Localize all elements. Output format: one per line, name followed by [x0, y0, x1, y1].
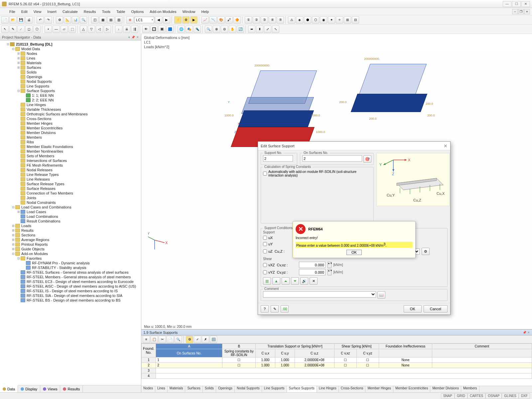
menu-tools[interactable]: Tools — [99, 9, 113, 14]
mdi-minimize[interactable]: – — [512, 9, 518, 14]
redo-icon[interactable]: ↷ — [45, 16, 52, 24]
minimize-button[interactable]: — — [503, 1, 511, 7]
tree-load-cases[interactable]: ⊞Load Cases — [1, 209, 140, 214]
view-icon[interactable]: 🔲 — [150, 26, 158, 33]
calc-icon[interactable]: ⚙ — [182, 16, 190, 24]
open-icon[interactable]: 📂 — [9, 16, 17, 24]
menu-help[interactable]: Help — [199, 9, 212, 14]
misc-icon[interactable]: ⬍ — [256, 26, 263, 33]
tree-item[interactable]: Member Nonlinearities — [1, 149, 140, 154]
status-cartes[interactable]: CARTES — [467, 393, 485, 399]
view-icon[interactable]: ▤ — [107, 16, 114, 24]
tree-item[interactable]: Line Releases — [1, 177, 140, 182]
table-tool-icon[interactable]: ✗ — [202, 336, 209, 343]
table-tab[interactable]: Surfaces — [185, 386, 202, 392]
tree-item[interactable]: Member Hinges — [1, 121, 140, 126]
tree-surface-support-2[interactable]: 2: 2; EEE NN — [1, 98, 140, 102]
save-icon[interactable]: 💾 — [17, 16, 25, 24]
table-tab[interactable]: Line Hinges — [317, 386, 339, 392]
print-icon[interactable]: 🖨 — [25, 16, 33, 24]
comment-lib-icon[interactable]: 📖 — [377, 291, 385, 299]
zoom-icon[interactable]: ⊖ — [221, 26, 228, 33]
draw-icon[interactable]: ◻ — [25, 26, 33, 33]
panel-pin-icon[interactable]: 📌 ✕ — [523, 331, 530, 334]
misc-icon[interactable]: ⬌ — [248, 26, 255, 33]
result-icon[interactable]: 📈 — [201, 16, 209, 24]
cvxz-input[interactable] — [299, 262, 326, 268]
misc-icon[interactable]: ◈ — [296, 16, 303, 24]
preset-icon[interactable]: ✕ — [310, 277, 318, 285]
tree-load-combinations[interactable]: Load Combinations — [1, 214, 140, 219]
nonlinearity-edit-icon[interactable]: ⚙ — [422, 248, 430, 255]
select-icon[interactable]: ↖ — [1, 26, 9, 33]
support-icon[interactable]: ◁ — [96, 26, 103, 33]
result-icon[interactable]: 🎨 — [217, 16, 225, 24]
render-icon[interactable]: 🌐 — [178, 26, 185, 33]
nav-tab-data[interactable]: Data — [0, 385, 18, 392]
surface-icon[interactable]: ▱ — [61, 26, 68, 33]
table-tab[interactable]: Line Supports — [262, 386, 287, 392]
preset-icon[interactable]: ▲ — [272, 277, 280, 285]
misc-icon[interactable]: ⊟ — [352, 16, 359, 24]
help-icon[interactable]: ? — [261, 305, 269, 313]
tree-item[interactable]: ⊞Guide Objects — [1, 247, 140, 251]
tree-module[interactable]: RF-STEEL Surfaces - General stress analy… — [1, 270, 140, 275]
tree-addon-modules[interactable]: ⊟Add-on Modules — [1, 251, 140, 256]
close-button[interactable]: ✕ — [521, 1, 530, 7]
misc-icon[interactable]: ✦ — [328, 16, 335, 24]
table-tool-icon[interactable]: 📄 — [167, 336, 174, 343]
tree-module[interactable]: RF-STEEL BS - Design of steel members ac… — [1, 298, 140, 303]
load-icon[interactable]: ⇊ — [123, 26, 130, 33]
axis-icon[interactable]: ⊕ — [126, 16, 134, 24]
prev-icon[interactable]: ◀ — [155, 16, 162, 24]
tree-nodal-supports[interactable]: Nodal Supports — [1, 79, 140, 84]
table-tool-icon[interactable]: 📋 — [151, 336, 158, 343]
menu-window[interactable]: Window — [180, 9, 198, 14]
tree-item[interactable]: Variable Thicknesses — [1, 107, 140, 112]
render-icon[interactable]: 🔦 — [194, 26, 201, 33]
view-icon[interactable]: 👁 — [142, 26, 150, 33]
tree-item[interactable]: Nodal Constraints — [1, 200, 140, 205]
pan-icon[interactable]: ✋ — [229, 26, 236, 33]
tree-favorites[interactable]: ⊟Favorites — [1, 256, 140, 261]
table-tab[interactable]: Nodal Supports — [235, 386, 262, 392]
close-panel-icon[interactable]: 📌 — [131, 36, 135, 39]
tree-item[interactable]: ⊞Loads — [1, 223, 140, 228]
nav-tab-results[interactable]: Results — [60, 385, 83, 392]
dialog-close-icon[interactable]: ✕ — [444, 143, 448, 149]
vyz-checkbox[interactable]: vYZ — [263, 270, 275, 274]
table-tool-icon[interactable]: ✂ — [159, 336, 166, 343]
tree-item[interactable]: ⊞Results — [1, 228, 140, 233]
module-icon[interactable]: ③ — [261, 16, 268, 24]
misc-icon[interactable]: ✧ — [336, 16, 343, 24]
tree-item[interactable]: ⊞Average Regions — [1, 237, 140, 242]
table-tool-icon[interactable]: 🔍 — [175, 336, 182, 343]
mdi-restore[interactable]: ❐ — [518, 9, 524, 14]
tool-icon[interactable]: 🔍 — [80, 16, 87, 24]
menu-table[interactable]: Table — [114, 9, 128, 14]
nav-tab-display[interactable]: Display — [18, 385, 40, 392]
misc-icon[interactable]: ⤡ — [272, 26, 279, 33]
support-icon[interactable]: ▽ — [88, 26, 95, 33]
tool-icon[interactable]: 📊 — [72, 16, 79, 24]
status-dxf[interactable]: DXF — [519, 393, 530, 399]
pick-surface-icon[interactable]: 🎯 — [363, 155, 371, 163]
tree-line-supports[interactable]: Line Supports — [1, 84, 140, 88]
table-tab[interactable]: Surface Supports — [287, 386, 317, 392]
dialog-ok-button[interactable]: OK — [404, 305, 422, 313]
tree-lines[interactable]: ⊞Lines — [1, 56, 140, 61]
on-surfaces-input[interactable] — [302, 155, 362, 162]
table-tab[interactable]: Lines — [155, 386, 168, 392]
tree-materials[interactable]: ⊞Materials — [1, 61, 140, 65]
vxz-checkbox[interactable]: vXZ — [263, 263, 275, 267]
misc-icon[interactable]: ⤢ — [264, 26, 271, 33]
pin-icon[interactable]: ▾ — [128, 36, 130, 39]
uy-checkbox[interactable]: uY — [263, 242, 273, 246]
table-tab[interactable]: Materials — [168, 386, 186, 392]
support-no-input[interactable] — [263, 155, 293, 162]
mdi-close[interactable]: × — [524, 9, 530, 14]
tree-item[interactable]: Member Divisions — [1, 130, 140, 135]
table-tab[interactable]: Nodes — [141, 386, 155, 392]
tree-fav-stability[interactable]: RF-STABILITY - Stability analysis — [1, 265, 140, 270]
table-tool-icon[interactable]: ✓ — [194, 336, 201, 343]
